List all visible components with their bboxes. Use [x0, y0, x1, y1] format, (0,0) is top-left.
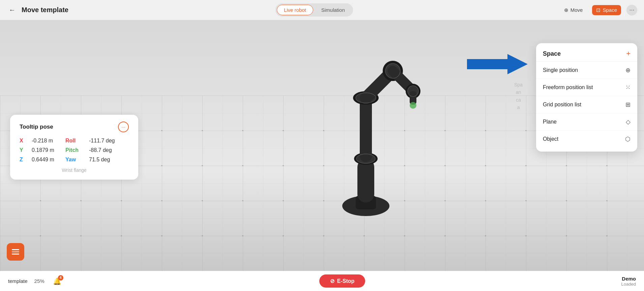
more-icon: ···: [629, 6, 634, 14]
footer-right: Demo Loaded: [621, 276, 636, 287]
svg-point-5: [161, 130, 163, 131]
space-item-plane[interactable]: Plane ◇: [536, 113, 637, 131]
svg-point-31: [606, 165, 608, 166]
svg-point-58: [485, 235, 486, 236]
space-item-freeform-label: Freeform position list: [543, 84, 593, 90]
tab-live-robot[interactable]: Live robot: [277, 5, 313, 15]
svg-point-52: [242, 235, 243, 236]
svg-point-7: [242, 130, 243, 131]
more-options-button[interactable]: ···: [626, 5, 637, 16]
notification-button[interactable]: 🔔 4: [51, 275, 63, 287]
svg-marker-82: [467, 54, 528, 74]
robot-arm: [271, 30, 440, 226]
svg-point-35: [161, 200, 163, 201]
estop-label: E-Stop: [337, 278, 355, 284]
space-dropdown-title: Space: [543, 50, 561, 57]
svg-point-44: [525, 200, 527, 201]
tooltip-more-button[interactable]: ···: [118, 122, 129, 132]
tooltip-pose-card: Tooltip pose ··· X -0.218 m Roll -111.7 …: [10, 115, 138, 180]
svg-point-45: [566, 200, 567, 201]
svg-point-55: [363, 235, 365, 236]
pose-row-z: Z 0.6449 m Yaw 71.5 deg: [20, 157, 129, 163]
svg-point-60: [566, 235, 567, 236]
pose-row-x: X -0.218 m Roll -111.7 deg: [20, 138, 129, 144]
svg-point-53: [283, 235, 284, 236]
background-hint: Spa an ca a: [514, 81, 523, 111]
move-label: Move: [570, 7, 583, 13]
svg-point-12: [444, 130, 446, 131]
svg-point-48: [80, 235, 82, 236]
viewport: Spa an ca a Tooltip pose ··· X -0.218 m …: [0, 20, 644, 271]
mode-tabs: Live robot Simulation: [275, 3, 353, 17]
pose-row-y: Y 0.1879 m Pitch -88.7 deg: [20, 147, 129, 153]
svg-point-34: [121, 200, 122, 201]
space-item-grid-label: Grid position list: [543, 102, 581, 108]
svg-point-21: [202, 165, 203, 166]
space-icon: ⊡: [596, 7, 601, 13]
svg-point-28: [485, 165, 486, 166]
y-value: 0.1879 m: [32, 147, 59, 153]
header: ← Move template Live robot Simulation ⊕ …: [0, 0, 644, 20]
space-item-object[interactable]: Object ⬡: [536, 131, 637, 148]
svg-point-51: [202, 235, 203, 236]
svg-point-30: [566, 165, 567, 166]
x-value: -0.218 m: [32, 138, 59, 144]
blue-arrow-indicator: [467, 54, 528, 76]
svg-point-47: [40, 235, 41, 236]
svg-point-61: [606, 235, 608, 236]
svg-point-20: [161, 165, 163, 166]
single-position-icon: ⊕: [625, 67, 631, 74]
space-dropdown: Space + Single position ⊕ Freeform posit…: [536, 43, 637, 152]
svg-point-33: [80, 200, 82, 201]
space-label: Space: [603, 7, 617, 13]
svg-rect-64: [357, 159, 374, 203]
space-item-grid[interactable]: Grid position list ⊞: [536, 96, 637, 113]
svg-point-56: [404, 235, 405, 236]
progress-label: 25%: [34, 278, 45, 284]
page-title: Move template: [22, 6, 68, 14]
demo-label: Demo: [621, 276, 636, 282]
z-value: 0.6449 m: [32, 157, 59, 163]
svg-point-50: [161, 235, 163, 236]
svg-point-13: [485, 130, 486, 131]
tab-simulation[interactable]: Simulation: [315, 5, 352, 15]
roll-label: Roll: [65, 138, 82, 144]
yaw-value: 71.5 deg: [89, 157, 110, 163]
hamburger-line-3: [12, 254, 19, 255]
svg-point-36: [202, 200, 203, 201]
space-item-freeform[interactable]: Freeform position list ⁙: [536, 79, 637, 96]
axis-x-label: X: [20, 138, 25, 144]
header-right: ⊕ Move ⊡ Space ···: [560, 5, 637, 16]
svg-point-32: [40, 200, 41, 201]
notification-badge: 4: [58, 275, 63, 281]
hamburger-button[interactable]: [7, 243, 24, 261]
estop-button[interactable]: ⊘ E-Stop: [319, 274, 365, 288]
space-item-single[interactable]: Single position ⊕: [536, 62, 637, 79]
space-nav-item[interactable]: ⊡ Space: [592, 5, 621, 15]
svg-point-59: [525, 235, 527, 236]
space-add-button[interactable]: +: [626, 50, 631, 57]
footer: template 25% 🔔 4 ⊘ E-Stop Demo Loaded: [0, 271, 644, 291]
move-nav-item[interactable]: ⊕ Move: [560, 5, 587, 15]
space-item-single-label: Single position: [543, 67, 578, 73]
svg-point-22: [242, 165, 243, 166]
svg-point-29: [525, 165, 527, 166]
grid-position-icon: ⊞: [625, 101, 631, 108]
svg-point-6: [202, 130, 203, 131]
tooltip-more-icon: ···: [121, 124, 125, 130]
object-icon: ⬡: [625, 135, 631, 143]
footer-left: template 25% 🔔 4: [8, 275, 63, 287]
back-button[interactable]: ←: [7, 5, 18, 16]
space-item-object-label: Object: [543, 136, 558, 142]
move-icon: ⊕: [564, 7, 568, 13]
hamburger-line-2: [12, 252, 19, 253]
tooltip-title: Tooltip pose: [20, 124, 53, 130]
tooltip-header: Tooltip pose ···: [20, 122, 129, 132]
svg-point-49: [121, 235, 122, 236]
svg-point-27: [444, 165, 446, 166]
hamburger-icon: [12, 249, 19, 255]
svg-point-43: [485, 200, 486, 201]
svg-point-46: [606, 200, 608, 201]
yaw-label: Yaw: [65, 157, 82, 163]
axis-z-label: Z: [20, 157, 25, 163]
